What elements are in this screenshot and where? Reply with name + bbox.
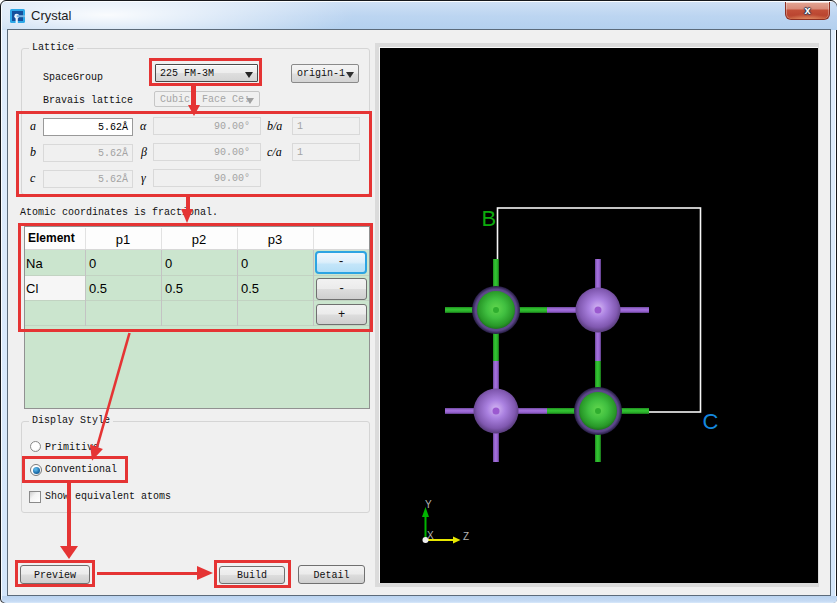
svg-text:Y: Y (425, 499, 432, 510)
svg-text:X: X (427, 530, 434, 541)
svg-text:Z: Z (463, 531, 469, 542)
svg-text:B: B (482, 206, 497, 231)
svg-text:C: C (703, 409, 719, 434)
